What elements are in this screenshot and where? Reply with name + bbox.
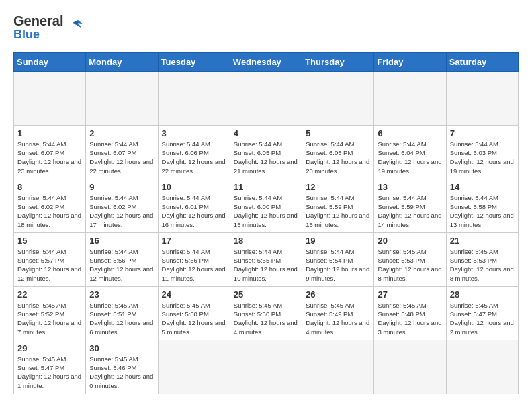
day-number: 7 bbox=[450, 128, 515, 138]
day-number: 25 bbox=[234, 289, 298, 300]
day-number: 15 bbox=[17, 236, 82, 246]
logo-bird-icon bbox=[64, 17, 85, 38]
calendar-cell: 3Sunrise: 5:44 AM Sunset: 6:06 PM Daylig… bbox=[158, 125, 230, 179]
day-number: 2 bbox=[89, 128, 154, 138]
day-number: 14 bbox=[450, 182, 515, 192]
calendar-week-row bbox=[14, 71, 519, 125]
calendar-week-row: 29Sunrise: 5:45 AM Sunset: 5:47 PM Dayli… bbox=[14, 340, 519, 394]
calendar-week-row: 1Sunrise: 5:44 AM Sunset: 6:07 PM Daylig… bbox=[14, 125, 519, 179]
calendar-cell: 30Sunrise: 5:45 AM Sunset: 5:46 PM Dayli… bbox=[86, 340, 158, 394]
day-number: 4 bbox=[234, 128, 298, 138]
header-day-monday: Monday bbox=[86, 52, 158, 71]
calendar-cell: 20Sunrise: 5:45 AM Sunset: 5:53 PM Dayli… bbox=[374, 232, 446, 286]
cell-info: Sunrise: 5:44 AM Sunset: 5:55 PM Dayligh… bbox=[234, 247, 298, 283]
header-day-wednesday: Wednesday bbox=[230, 52, 302, 71]
calendar-cell bbox=[374, 340, 446, 394]
calendar-cell: 24Sunrise: 5:45 AM Sunset: 5:50 PM Dayli… bbox=[158, 286, 230, 340]
calendar-cell: 17Sunrise: 5:44 AM Sunset: 5:56 PM Dayli… bbox=[158, 232, 230, 286]
calendar-cell: 25Sunrise: 5:45 AM Sunset: 5:50 PM Dayli… bbox=[230, 286, 302, 340]
calendar-cell: 5Sunrise: 5:44 AM Sunset: 6:05 PM Daylig… bbox=[302, 125, 374, 179]
calendar-cell bbox=[446, 340, 518, 394]
header-day-thursday: Thursday bbox=[302, 52, 374, 71]
cell-info: Sunrise: 5:45 AM Sunset: 5:46 PM Dayligh… bbox=[89, 355, 154, 390]
cell-info: Sunrise: 5:44 AM Sunset: 6:00 PM Dayligh… bbox=[234, 193, 298, 229]
cell-info: Sunrise: 5:45 AM Sunset: 5:49 PM Dayligh… bbox=[306, 301, 370, 336]
calendar-cell: 11Sunrise: 5:44 AM Sunset: 6:00 PM Dayli… bbox=[230, 179, 302, 232]
logo-text-blue: Blue bbox=[13, 28, 63, 42]
logo: General Blue bbox=[13, 13, 85, 42]
day-number: 9 bbox=[89, 182, 154, 192]
calendar-cell: 23Sunrise: 5:45 AM Sunset: 5:51 PM Dayli… bbox=[86, 286, 158, 340]
page-header: General Blue bbox=[13, 13, 519, 42]
cell-info: Sunrise: 5:44 AM Sunset: 5:56 PM Dayligh… bbox=[89, 247, 154, 283]
cell-info: Sunrise: 5:44 AM Sunset: 5:58 PM Dayligh… bbox=[450, 193, 515, 229]
cell-info: Sunrise: 5:44 AM Sunset: 6:02 PM Dayligh… bbox=[89, 193, 154, 229]
calendar-cell: 2Sunrise: 5:44 AM Sunset: 6:07 PM Daylig… bbox=[86, 125, 158, 179]
cell-info: Sunrise: 5:44 AM Sunset: 6:02 PM Dayligh… bbox=[17, 193, 82, 229]
day-number: 30 bbox=[89, 343, 154, 353]
calendar-cell: 6Sunrise: 5:44 AM Sunset: 6:04 PM Daylig… bbox=[374, 125, 446, 179]
cell-info: Sunrise: 5:44 AM Sunset: 5:59 PM Dayligh… bbox=[378, 193, 442, 229]
day-number: 17 bbox=[162, 236, 226, 246]
calendar-cell: 19Sunrise: 5:44 AM Sunset: 5:54 PM Dayli… bbox=[302, 232, 374, 286]
cell-info: Sunrise: 5:44 AM Sunset: 5:57 PM Dayligh… bbox=[17, 247, 82, 283]
calendar-cell: 21Sunrise: 5:45 AM Sunset: 5:53 PM Dayli… bbox=[446, 232, 518, 286]
cell-info: Sunrise: 5:44 AM Sunset: 6:07 PM Dayligh… bbox=[89, 140, 154, 175]
calendar-cell bbox=[158, 71, 230, 125]
calendar-week-row: 15Sunrise: 5:44 AM Sunset: 5:57 PM Dayli… bbox=[14, 232, 519, 286]
calendar-cell: 4Sunrise: 5:44 AM Sunset: 6:05 PM Daylig… bbox=[230, 125, 302, 179]
day-number: 18 bbox=[234, 236, 298, 246]
calendar-cell: 26Sunrise: 5:45 AM Sunset: 5:49 PM Dayli… bbox=[302, 286, 374, 340]
day-number: 11 bbox=[234, 182, 298, 192]
calendar-cell: 14Sunrise: 5:44 AM Sunset: 5:58 PM Dayli… bbox=[446, 179, 518, 232]
header-day-saturday: Saturday bbox=[446, 52, 518, 71]
day-number: 24 bbox=[162, 289, 226, 300]
calendar-cell: 16Sunrise: 5:44 AM Sunset: 5:56 PM Dayli… bbox=[86, 232, 158, 286]
calendar-header-row: SundayMondayTuesdayWednesdayThursdayFrid… bbox=[14, 52, 519, 71]
calendar-cell: 27Sunrise: 5:45 AM Sunset: 5:48 PM Dayli… bbox=[374, 286, 446, 340]
cell-info: Sunrise: 5:44 AM Sunset: 6:03 PM Dayligh… bbox=[450, 140, 515, 175]
cell-info: Sunrise: 5:44 AM Sunset: 6:05 PM Dayligh… bbox=[306, 140, 370, 175]
day-number: 21 bbox=[450, 236, 515, 246]
calendar-cell: 18Sunrise: 5:44 AM Sunset: 5:55 PM Dayli… bbox=[230, 232, 302, 286]
cell-info: Sunrise: 5:45 AM Sunset: 5:48 PM Dayligh… bbox=[378, 301, 442, 336]
day-number: 27 bbox=[378, 289, 442, 300]
day-number: 5 bbox=[306, 128, 370, 138]
cell-info: Sunrise: 5:44 AM Sunset: 6:04 PM Dayligh… bbox=[378, 140, 442, 175]
calendar-cell: 28Sunrise: 5:45 AM Sunset: 5:47 PM Dayli… bbox=[446, 286, 518, 340]
cell-info: Sunrise: 5:44 AM Sunset: 5:56 PM Dayligh… bbox=[162, 247, 226, 283]
day-number: 1 bbox=[17, 128, 82, 138]
day-number: 29 bbox=[17, 343, 82, 353]
day-number: 20 bbox=[378, 236, 442, 246]
calendar-cell bbox=[374, 71, 446, 125]
calendar-cell bbox=[14, 71, 86, 125]
header-day-friday: Friday bbox=[374, 52, 446, 71]
cell-info: Sunrise: 5:44 AM Sunset: 5:59 PM Dayligh… bbox=[306, 193, 370, 229]
calendar-week-row: 8Sunrise: 5:44 AM Sunset: 6:02 PM Daylig… bbox=[14, 179, 519, 232]
day-number: 26 bbox=[306, 289, 370, 300]
day-number: 8 bbox=[17, 182, 82, 192]
calendar-cell: 22Sunrise: 5:45 AM Sunset: 5:52 PM Dayli… bbox=[14, 286, 86, 340]
cell-info: Sunrise: 5:45 AM Sunset: 5:52 PM Dayligh… bbox=[17, 301, 82, 336]
day-number: 6 bbox=[378, 128, 442, 138]
calendar-cell: 12Sunrise: 5:44 AM Sunset: 5:59 PM Dayli… bbox=[302, 179, 374, 232]
header-day-sunday: Sunday bbox=[14, 52, 86, 71]
calendar-table: SundayMondayTuesdayWednesdayThursdayFrid… bbox=[13, 52, 519, 394]
cell-info: Sunrise: 5:45 AM Sunset: 5:47 PM Dayligh… bbox=[450, 301, 515, 336]
day-number: 3 bbox=[162, 128, 226, 138]
calendar-cell bbox=[302, 71, 374, 125]
cell-info: Sunrise: 5:44 AM Sunset: 6:05 PM Dayligh… bbox=[234, 140, 298, 175]
cell-info: Sunrise: 5:45 AM Sunset: 5:53 PM Dayligh… bbox=[378, 247, 442, 283]
calendar-cell: 13Sunrise: 5:44 AM Sunset: 5:59 PM Dayli… bbox=[374, 179, 446, 232]
cell-info: Sunrise: 5:45 AM Sunset: 5:53 PM Dayligh… bbox=[450, 247, 515, 283]
cell-info: Sunrise: 5:44 AM Sunset: 6:07 PM Dayligh… bbox=[17, 140, 82, 175]
cell-info: Sunrise: 5:44 AM Sunset: 6:01 PM Dayligh… bbox=[162, 193, 226, 229]
calendar-cell bbox=[302, 340, 374, 394]
cell-info: Sunrise: 5:45 AM Sunset: 5:47 PM Dayligh… bbox=[17, 355, 82, 390]
calendar-cell: 9Sunrise: 5:44 AM Sunset: 6:02 PM Daylig… bbox=[86, 179, 158, 232]
cell-info: Sunrise: 5:44 AM Sunset: 6:06 PM Dayligh… bbox=[162, 140, 226, 175]
calendar-cell: 29Sunrise: 5:45 AM Sunset: 5:47 PM Dayli… bbox=[14, 340, 86, 394]
calendar-cell: 10Sunrise: 5:44 AM Sunset: 6:01 PM Dayli… bbox=[158, 179, 230, 232]
day-number: 23 bbox=[89, 289, 154, 300]
day-number: 28 bbox=[450, 289, 515, 300]
